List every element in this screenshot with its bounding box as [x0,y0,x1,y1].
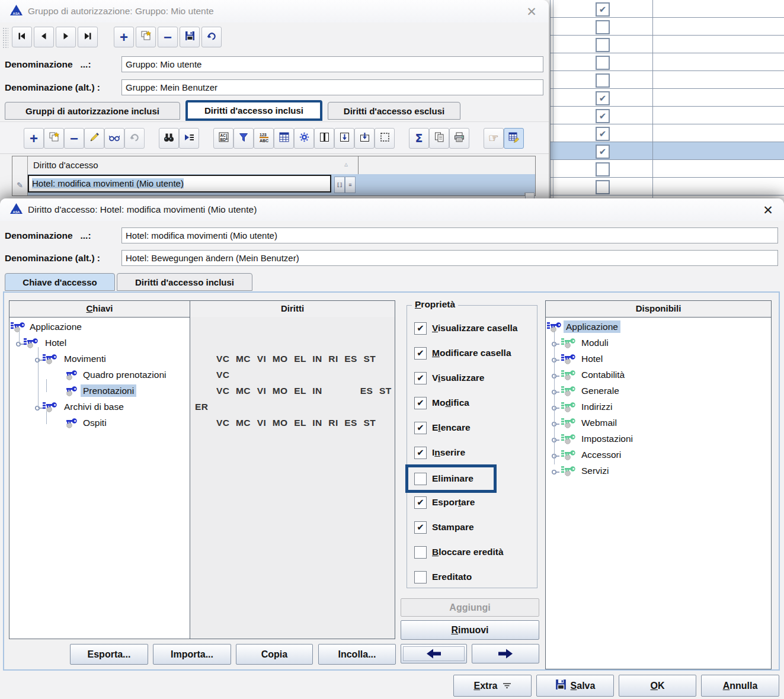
expand-handle-icon[interactable] [15,339,24,350]
tree-item-movimenti[interactable]: Movimenti [9,351,188,367]
incolla-button[interactable]: Incolla... [318,644,396,665]
expand-handle-icon[interactable] [551,451,560,462]
table-row[interactable] [551,18,784,36]
tab-diritti-inclusi[interactable]: Diritti d'accesso inclusi [117,273,252,291]
delete-row-button[interactable]: − [64,128,84,149]
table-row[interactable] [551,160,784,178]
first-record-button[interactable] [12,27,32,47]
tree-item-hotel[interactable]: Hotel [9,335,188,351]
tree-item-generale[interactable]: Generale [546,383,770,399]
salva-button[interactable]: Salva [536,675,614,697]
print-button[interactable] [449,128,469,149]
column-down-button[interactable] [334,128,354,149]
save-record-button[interactable] [180,27,200,47]
checked-checkbox[interactable]: ✔ [596,109,610,123]
esporta-button[interactable]: Esporta... [70,644,148,665]
table-row[interactable] [551,71,784,89]
column-header-diritto[interactable]: Diritto d'accesso [33,156,98,174]
last-record-button[interactable] [78,27,98,47]
unchecked-checkbox[interactable] [596,73,610,88]
move-right-button[interactable] [472,644,539,663]
delete-record-button[interactable]: − [158,27,178,47]
expand-handle-icon[interactable] [551,371,560,382]
move-left-button[interactable] [401,644,467,663]
unchecked-checkbox[interactable] [414,546,427,559]
checked-checkbox[interactable]: ✔ [414,397,427,409]
table-row[interactable] [551,178,784,195]
tree-item-prenotazioni[interactable]: Prenotazioni [9,383,188,399]
filter-button[interactable] [233,128,254,149]
settings-gear-button[interactable] [294,128,314,149]
tree-item-webmail[interactable]: Webmail [546,415,770,431]
tree-item-moduli[interactable]: Moduli [546,335,770,351]
checked-checkbox[interactable]: ✔ [414,347,427,360]
tree-item-quadro-prenotazioni[interactable]: Quadro prenotazioni [9,367,188,383]
importa-button[interactable]: Importa... [153,644,231,665]
previous-record-button[interactable] [34,27,54,47]
checked-checkbox[interactable]: ✔ [414,322,427,335]
tree-item-accessori[interactable]: Accessori [546,447,770,463]
table-row[interactable] [551,53,784,71]
add-row-button[interactable]: + [24,128,44,149]
cell-edit-input[interactable]: Hotel: modifica movimenti (Mio utente) [28,175,331,193]
expand-handle-icon[interactable] [34,355,43,366]
expand-handle-icon[interactable] [34,403,43,414]
checked-checkbox[interactable]: ✔ [596,127,610,141]
view-row-button[interactable] [104,128,124,149]
checked-checkbox[interactable]: ✔ [596,2,610,17]
copy-row-button[interactable] [44,128,64,149]
dialog-titlebar[interactable]: ASA Diritto d'accesso: Hotel: modifica m… [0,198,784,221]
column-paste-button[interactable] [354,128,375,149]
undo-button[interactable] [124,128,145,149]
tree-item-hotel[interactable]: Hotel [546,351,770,367]
table-edit-button[interactable] [504,128,524,149]
tree-item-contabilit-[interactable]: Contabilità [546,367,770,383]
goto-record-button[interactable] [179,128,199,149]
checked-checkbox[interactable]: ✔ [414,372,427,384]
undo-button[interactable] [201,27,222,47]
expand-handle-icon[interactable] [551,419,560,430]
tree-item-ospiti[interactable]: Ospiti [9,415,188,431]
checked-checkbox[interactable]: ✔ [414,447,427,459]
tree-item-applicazione[interactable]: Applicazione [546,319,770,335]
checked-checkbox[interactable]: ✔ [414,521,427,534]
close-icon[interactable]: ✕ [760,203,776,218]
checked-checkbox[interactable]: ✔ [596,91,610,105]
expand-handle-icon[interactable] [551,339,560,350]
table-row[interactable]: ✔ [551,107,784,124]
unchecked-checkbox[interactable] [596,38,610,52]
extra-button[interactable]: Extra [453,675,532,697]
toolbar-drag-handle[interactable] [2,27,8,49]
table-row[interactable] [551,36,784,53]
checked-checkbox[interactable]: ✔ [596,145,610,159]
checked-checkbox[interactable]: ✔ [414,422,427,434]
remove-button[interactable]: Rimuovi [401,620,539,640]
sort-letters-button[interactable]: ACBD [213,128,233,149]
pointer-hand-button[interactable]: ☞ [484,128,504,149]
denomination-input[interactable]: Gruppe: Mein Benutzer [121,79,543,95]
denomination-input[interactable]: Gruppo: Mio utente [121,56,543,72]
copy-record-button[interactable] [136,27,156,47]
table-row[interactable]: ✔ [551,124,784,142]
unchecked-checkbox[interactable] [596,162,610,177]
unchecked-checkbox[interactable] [414,473,427,485]
edit-row-button[interactable] [84,128,104,149]
unchecked-checkbox[interactable] [596,180,610,194]
copia-button[interactable]: Copia [236,644,313,665]
unchecked-checkbox[interactable] [596,20,610,34]
annulla-button[interactable]: Annulla [701,675,779,697]
column-select-button[interactable] [375,128,395,149]
tree-item-archivi-di-base[interactable]: Archivi di base [9,399,188,415]
expand-handle-icon[interactable] [551,355,560,366]
sum-button[interactable]: Σ [409,128,429,149]
denomination-input[interactable]: Hotel: modifica movimenti (Mio utente) [121,227,778,243]
ok-button[interactable]: OK [619,675,696,697]
tab-diritti-inclusi[interactable]: Diritti d'accesso inclusi [185,100,322,121]
tree-item-indirizzi[interactable]: Indirizzi [546,399,770,415]
copy-pages-button[interactable] [429,128,449,149]
next-record-button[interactable] [56,27,76,47]
grid-view-button[interactable] [274,128,294,149]
sort-123-abc-button[interactable]: 123ABC [254,128,274,149]
unchecked-checkbox[interactable] [596,56,610,70]
table-row[interactable]: ✔ [551,142,784,160]
